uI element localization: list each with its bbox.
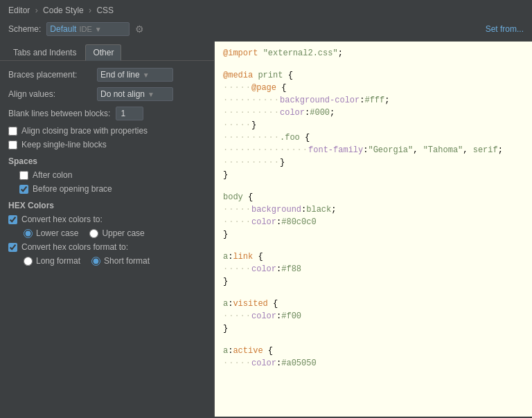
code-line-foo-close: ··········}: [223, 156, 524, 169]
code-line-bg-color: ··········background-color:#fff;: [223, 94, 524, 107]
blank-line-2: [223, 181, 524, 191]
keep-single-line-label: Keep single-line blocks: [21, 140, 107, 149]
chevron-down-icon: ▼: [95, 26, 102, 33]
code-line-alink-close: }: [223, 275, 524, 288]
keep-single-line-checkbox[interactable]: [8, 140, 17, 149]
sep1: ›: [35, 6, 40, 15]
breadcrumb: Editor › Code Style › CSS: [0, 0, 532, 19]
convert-hex-format-label: Convert hex colors format to:: [21, 242, 128, 252]
after-colon-label: After colon: [33, 170, 72, 180]
tab-tabs-and-indents[interactable]: Tabs and Indents: [6, 44, 84, 60]
hex-colors-section-header: HEX Colors: [8, 201, 206, 210]
case-radio-group: Lower case Upper case: [8, 228, 206, 238]
align-values-value: Do not align: [100, 89, 145, 99]
code-line-body: body {: [223, 191, 524, 203]
upper-case-radio[interactable]: [89, 229, 98, 238]
align-values-label: Align values:: [8, 89, 91, 99]
long-format-radio[interactable]: [24, 257, 33, 266]
code-line-aactive: a:active {: [223, 345, 524, 357]
scheme-label: Scheme:: [8, 24, 41, 34]
left-panel: Tabs and Indents Other Braces placement:…: [0, 42, 215, 417]
align-values-select[interactable]: Do not align ▼: [97, 87, 173, 101]
short-format-radio[interactable]: [91, 257, 100, 266]
scheme-name: Default: [50, 24, 76, 34]
chevron-down-icon: ▼: [148, 91, 154, 98]
breadcrumb-codestyle: Code Style: [43, 6, 84, 15]
long-format-label: Long format: [36, 256, 80, 266]
blank-line-4: [223, 288, 524, 298]
breadcrumb-editor: Editor: [8, 6, 30, 15]
code-line-body-color: ·····color:#80c0c0: [223, 216, 524, 228]
tabs-bar: Tabs and Indents Other: [0, 42, 214, 61]
settings-content: Braces placement: End of line ▼ Align va…: [0, 61, 214, 417]
braces-placement-row: Braces placement: End of line ▼: [8, 68, 206, 82]
set-from-link[interactable]: Set from...: [486, 24, 524, 34]
blank-line-5: [223, 335, 524, 345]
braces-placement-select[interactable]: End of line ▼: [97, 68, 173, 82]
upper-case-label: Upper case: [102, 228, 144, 238]
code-preview-panel: @import "external2.css"; @media print { …: [215, 42, 532, 417]
code-line-media-close: }: [223, 169, 524, 181]
code-line-avisited-color: ·····color:#f00: [223, 310, 524, 322]
align-closing-brace-label: Align closing brace with properties: [21, 126, 148, 136]
convert-hex-format-row: Convert hex colors format to:: [8, 242, 206, 252]
gear-button[interactable]: ⚙: [135, 24, 144, 35]
lower-case-label: Lower case: [36, 228, 78, 238]
long-format-radio-item: Long format: [24, 256, 80, 266]
align-values-row: Align values: Do not align ▼: [8, 87, 206, 101]
scheme-dropdown[interactable]: Default IDE ▼: [46, 22, 130, 36]
after-colon-checkbox[interactable]: [19, 171, 28, 180]
short-format-label: Short format: [104, 256, 150, 266]
braces-placement-value: End of line: [100, 70, 140, 80]
lower-case-radio-item: Lower case: [24, 228, 78, 238]
sep2: ›: [89, 6, 94, 15]
code-line-page: ·····@page {: [223, 82, 524, 94]
tab-other[interactable]: Other: [85, 44, 121, 61]
code-line-media: @media print {: [223, 69, 524, 82]
scheme-row: Scheme: Default IDE ▼ ⚙ Set from...: [0, 19, 532, 42]
code-line-body-close: }: [223, 228, 524, 241]
before-opening-brace-checkbox[interactable]: [19, 185, 28, 194]
code-line-import: @import "external2.css";: [223, 47, 524, 60]
spaces-section-header: Spaces: [8, 156, 206, 166]
format-radio-group: Long format Short format: [8, 256, 206, 266]
breadcrumb-css: CSS: [96, 6, 114, 15]
before-opening-brace-row: Before opening brace: [8, 184, 206, 194]
align-closing-brace-checkbox[interactable]: [8, 127, 17, 136]
code-line-page-close: ·····}: [223, 119, 524, 131]
code-line-alink: a:link {: [223, 251, 524, 263]
align-closing-brace-row: Align closing brace with properties: [8, 126, 206, 136]
braces-placement-label: Braces placement:: [8, 70, 91, 80]
code-line-foo: ··········.foo {: [223, 131, 524, 144]
code-line-body-bg: ·····background:black;: [223, 203, 524, 216]
code-line-avisited-close: }: [223, 322, 524, 335]
convert-hex-format-checkbox[interactable]: [8, 243, 17, 252]
code-line-font-family: ···············font-family:"Georgia", "T…: [223, 144, 524, 156]
blank-lines-row: Blank lines between blocks:: [8, 107, 206, 120]
lower-case-radio[interactable]: [24, 229, 33, 238]
main-layout: Tabs and Indents Other Braces placement:…: [0, 42, 532, 417]
convert-hex-colors-row: Convert hex colors to:: [8, 215, 206, 224]
code-line-aactive-color: ·····color:#a05050: [223, 357, 524, 370]
blank-lines-input[interactable]: [116, 107, 143, 120]
before-opening-brace-label: Before opening brace: [33, 184, 112, 194]
code-line-alink-color: ·····color:#f88: [223, 263, 524, 275]
code-line-avisited: a:visited {: [223, 298, 524, 310]
chevron-down-icon: ▼: [143, 71, 150, 79]
blank-line-3: [223, 241, 524, 251]
upper-case-radio-item: Upper case: [89, 228, 144, 238]
blank-lines-label: Blank lines between blocks:: [8, 109, 110, 118]
convert-hex-colors-label: Convert hex colors to:: [21, 215, 103, 224]
code-line-color-000: ··········color:#000;: [223, 107, 524, 119]
scheme-ide-label: IDE: [79, 25, 91, 33]
convert-hex-colors-checkbox[interactable]: [8, 215, 17, 224]
keep-single-line-row: Keep single-line blocks: [8, 140, 206, 149]
short-format-radio-item: Short format: [91, 256, 150, 266]
after-colon-row: After colon: [8, 170, 206, 180]
blank-line-1: [223, 60, 524, 69]
